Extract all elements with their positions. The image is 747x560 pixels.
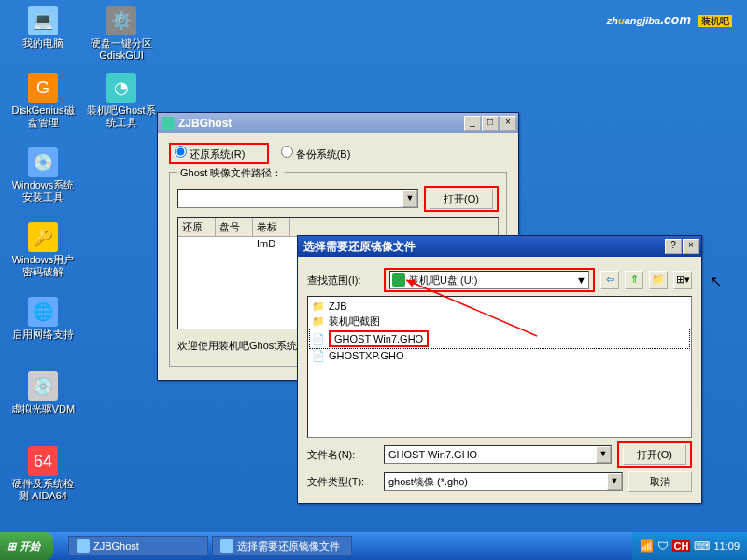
desktop-icon[interactable]: 64硬件及系统检测 AIDA64: [7, 446, 78, 502]
tray-icon[interactable]: 🛡: [657, 539, 669, 553]
filename-value: GHOST Win7.GHO: [388, 449, 477, 460]
highlight-open-button: 打开(O): [617, 441, 692, 468]
file-name: GHOST Win7.GHO: [329, 330, 429, 347]
filename-input[interactable]: GHOST Win7.GHO ▼: [384, 445, 612, 464]
app-icon: [220, 539, 233, 553]
deskicon-image: G: [28, 73, 58, 103]
open-button[interactable]: 打开(O): [623, 444, 686, 465]
file-name: GHOSTXP.GHO: [329, 350, 403, 361]
ime-indicator[interactable]: CH: [672, 540, 691, 552]
deskicon-label: 我的电脑: [7, 37, 78, 49]
file-item[interactable]: 📄GHOST Win7.GHO: [310, 329, 689, 348]
highlight-lookin: 装机吧U盘 (U:) ▼: [384, 268, 595, 292]
deskicon-image: ◔: [106, 73, 136, 103]
nav-up-button[interactable]: ⇑: [625, 271, 643, 289]
desktop-icon[interactable]: 💿虚拟光驱VDM: [7, 371, 78, 415]
file-icon: 📄: [312, 332, 325, 345]
filename-label: 文件名(N):: [307, 448, 378, 462]
titlebar[interactable]: 选择需要还原镜像文件 ? ×: [298, 236, 701, 257]
grid-header-cell[interactable]: 卷标: [253, 218, 290, 236]
file-name: 装机吧截图: [329, 315, 380, 329]
filetype-value: ghost镜像 (*.gho): [388, 475, 468, 489]
highlight-selected-file: GHOST Win7.GHO: [329, 330, 429, 347]
open-button[interactable]: 打开(O): [430, 189, 493, 209]
window-title: ZJBGhost: [178, 117, 464, 130]
lookin-value: 装机吧U盘 (U:): [409, 273, 477, 287]
mode-radios: 还原系统(R) 备份系统(B): [169, 143, 507, 164]
minimize-button[interactable]: _: [464, 116, 481, 131]
deskicon-label: 启用网络支持: [7, 329, 78, 341]
desktop-icon[interactable]: 🌐启用网络支持: [7, 297, 78, 341]
nav-newfolder-button[interactable]: 📁: [649, 271, 668, 289]
desktop-icon[interactable]: ⚙️硬盘一键分区GdiskGUI: [86, 6, 157, 62]
deskicon-label: 装机吧Ghost系统工具: [86, 105, 157, 129]
deskicon-label: DiskGenius磁盘管理: [7, 105, 78, 129]
cancel-button[interactable]: 取消: [628, 471, 692, 492]
grid-header-cell[interactable]: 还原: [178, 218, 216, 236]
file-name: ZJB: [329, 301, 347, 312]
taskbar-button-zjbghost[interactable]: ZJBGhost: [68, 536, 208, 556]
desktop-icon[interactable]: GDiskGenius磁盘管理: [7, 73, 78, 129]
drive-icon: [392, 273, 405, 287]
folder-icon: 📁: [312, 300, 325, 313]
deskicon-image: ⚙️: [106, 6, 136, 35]
file-open-dialog: 选择需要还原镜像文件 ? × 查找范围(I): 装机吧U盘 (U:) ▼ ⇦ ⇑…: [297, 235, 702, 504]
file-list[interactable]: 📁ZJB📁装机吧截图📄GHOST Win7.GHO📄GHOSTXP.GHO: [307, 296, 692, 438]
file-item[interactable]: 📄GHOSTXP.GHO: [310, 348, 689, 363]
desktop-icon[interactable]: 🔑Windows用户密码破解: [7, 222, 78, 278]
folder-icon: 📁: [312, 315, 325, 329]
nav-back-button[interactable]: ⇦: [600, 271, 619, 289]
clock[interactable]: 11:09: [713, 540, 740, 552]
close-button[interactable]: ×: [683, 239, 699, 254]
cursor-icon: ↖: [710, 273, 722, 290]
fieldset-legend: Ghost 映像文件路径：: [177, 166, 285, 180]
help-button[interactable]: ?: [665, 239, 682, 254]
deskicon-image: 🔑: [28, 222, 58, 252]
maximize-button[interactable]: □: [482, 116, 499, 131]
deskicon-label: 虚拟光驱VDM: [7, 403, 78, 415]
deskicon-image: 64: [28, 446, 58, 476]
highlight-open-button: 打开(O): [424, 186, 499, 212]
radio-restore[interactable]: 还原系统(R): [175, 148, 245, 160]
folder-item[interactable]: 📁ZJB: [310, 299, 689, 314]
desktop-icon[interactable]: 💻我的电脑: [7, 6, 78, 49]
close-button[interactable]: ×: [500, 116, 516, 131]
start-button[interactable]: ⊞开始: [0, 532, 53, 560]
filetype-label: 文件类型(T):: [307, 475, 378, 489]
taskbar-button-filedialog[interactable]: 选择需要还原镜像文件: [212, 536, 352, 556]
dialog-title: 选择需要还原镜像文件: [303, 239, 665, 255]
chevron-down-icon[interactable]: ▼: [607, 473, 622, 490]
grid-cell: ImD: [253, 237, 290, 250]
deskicon-label: 硬件及系统检测 AIDA64: [7, 478, 78, 502]
taskbar: ⊞开始 ZJBGhost 选择需要还原镜像文件 📶 🛡 CH ⌨ 11:09: [0, 532, 747, 560]
tray-icon[interactable]: 📶: [640, 539, 654, 553]
deskicon-image: 🌐: [28, 297, 58, 327]
deskicon-image: 💿: [28, 371, 58, 401]
app-icon: [77, 539, 90, 553]
deskicon-label: Windows用户密码破解: [7, 254, 78, 278]
titlebar[interactable]: ZJBGhost _ □ ×: [158, 113, 518, 133]
desktop-icon[interactable]: ◔装机吧Ghost系统工具: [86, 73, 157, 129]
app-icon: [162, 117, 175, 130]
deskicon-image: 💻: [28, 6, 58, 35]
desktop-icon[interactable]: 💿Windows系统安装工具: [7, 147, 78, 203]
lookin-combo[interactable]: 装机吧U盘 (U:) ▼: [389, 271, 589, 289]
chevron-down-icon[interactable]: ▼: [576, 274, 586, 286]
system-tray[interactable]: 📶 🛡 CH ⌨ 11:09: [632, 532, 747, 560]
lookin-label: 查找范围(I):: [307, 273, 378, 287]
folder-item[interactable]: 📁装机吧截图: [310, 314, 689, 329]
radio-backup[interactable]: 备份系统(B): [281, 148, 351, 160]
deskicon-image: 💿: [28, 147, 58, 177]
deskicon-label: Windows系统安装工具: [7, 179, 78, 203]
ghost-path-combo[interactable]: ▼: [177, 189, 418, 208]
grid-header-cell[interactable]: 盘号: [216, 218, 253, 236]
nav-views-button[interactable]: ⊞▾: [673, 271, 692, 289]
chevron-down-icon[interactable]: ▼: [596, 446, 611, 463]
deskicon-label: 硬盘一键分区GdiskGUI: [86, 37, 157, 62]
file-icon: 📄: [312, 349, 325, 362]
highlight-restore-radio: 还原系统(R): [169, 143, 269, 164]
chevron-down-icon[interactable]: ▼: [402, 190, 417, 207]
tray-icon[interactable]: ⌨: [694, 539, 710, 553]
filetype-combo[interactable]: ghost镜像 (*.gho) ▼: [384, 472, 623, 491]
